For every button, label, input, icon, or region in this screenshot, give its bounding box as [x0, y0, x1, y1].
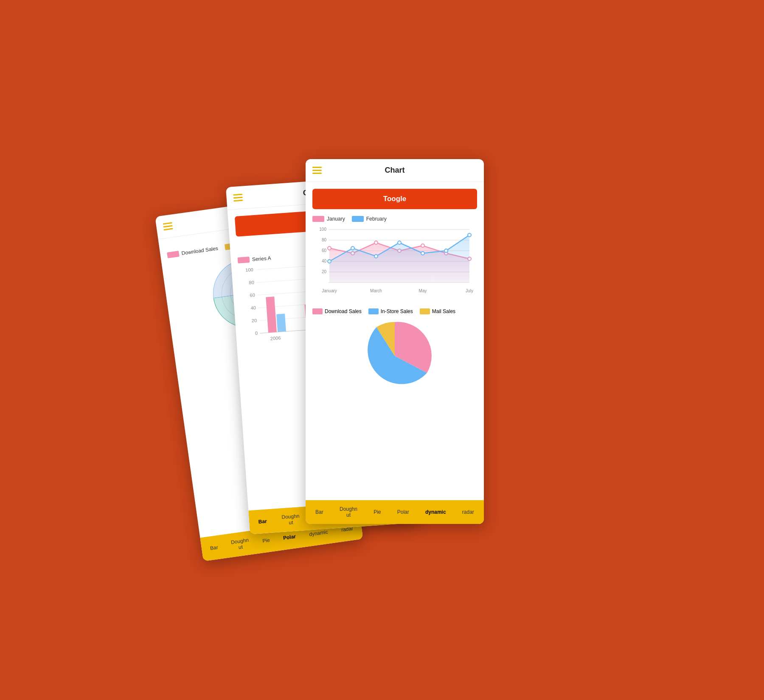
pie-legend-instore: In-Store Sales	[368, 308, 413, 314]
svg-text:July: July	[466, 288, 473, 293]
svg-text:2006: 2006	[270, 335, 281, 341]
tab-pie-back[interactable]: Pie	[260, 536, 272, 545]
svg-text:20: 20	[251, 318, 257, 323]
pie-color-mail	[420, 308, 430, 314]
menu-line-f3	[312, 173, 322, 174]
svg-text:20: 20	[322, 269, 327, 274]
pie-label-instore: In-Store Sales	[381, 308, 413, 314]
feb-dot-6	[444, 249, 448, 252]
svg-text:100: 100	[319, 227, 326, 232]
tab-bar-middle[interactable]: Bar	[256, 517, 269, 526]
pie-label-download: Download Sales	[325, 308, 362, 314]
tab-radar-front[interactable]: radar	[461, 508, 476, 516]
tab-polar-back[interactable]: Polar	[281, 532, 298, 542]
pie-color-download	[312, 308, 323, 314]
tab-polar-front[interactable]: Polar	[396, 508, 411, 516]
menu-line-m1	[233, 194, 242, 196]
menu-line-2	[163, 225, 173, 227]
feb-dot-3	[374, 255, 378, 258]
tab-bar-front[interactable]: Bar	[314, 508, 325, 516]
legend-label-download: Download Sales	[181, 245, 219, 256]
svg-text:May: May	[419, 288, 427, 293]
svg-text:60: 60	[322, 248, 327, 253]
tab-doughnut-back[interactable]: Doughnut	[229, 536, 252, 552]
menu-line-f1	[312, 167, 322, 168]
menu-line-f2	[312, 170, 322, 171]
line-chart-svg: 100 80 60 40 20	[312, 225, 474, 302]
feb-dot-5	[421, 252, 424, 255]
line-legend-color-jan	[312, 216, 324, 222]
svg-text:40: 40	[250, 305, 256, 311]
line-chart-legend: January February	[312, 216, 477, 222]
pie-legend: Download Sales In-Store Sales Mail Sales	[312, 308, 477, 314]
card-front: Chart Toogle January February	[306, 159, 484, 524]
tab-dynamic-front[interactable]: dynamic	[424, 508, 448, 516]
tab-bar-back[interactable]: Bar	[208, 543, 220, 552]
feb-dot-7	[468, 233, 471, 237]
menu-icon-front[interactable]	[312, 167, 322, 174]
feb-dot-2	[351, 246, 354, 250]
pie-legend-mail: Mail Sales	[420, 308, 455, 314]
legend-color-download	[167, 251, 180, 258]
menu-line-3	[163, 228, 173, 230]
line-legend-label-feb: February	[366, 216, 387, 222]
svg-text:0: 0	[255, 330, 258, 336]
menu-icon-middle[interactable]	[233, 194, 243, 202]
feb-dot-4	[398, 241, 401, 244]
pie-chart-wrapper	[312, 318, 477, 394]
front-toggle-button[interactable]: Toogle	[312, 189, 477, 209]
tab-doughnut-middle[interactable]: Doughnut	[280, 512, 302, 527]
card-front-title: Chart	[385, 166, 404, 175]
menu-line-m2	[233, 197, 243, 199]
bar-legend-label: Series A	[252, 255, 271, 262]
pie-legend-download: Download Sales	[312, 308, 362, 314]
pie-chart-svg	[357, 318, 433, 394]
front-chart-area: January February	[306, 216, 484, 401]
bar-2006-a	[266, 297, 277, 333]
bottom-nav-front: Bar Doughnut Pie Polar dynamic radar	[306, 500, 484, 524]
line-legend-february: February	[352, 216, 387, 222]
bar-2006-b	[276, 314, 286, 332]
line-legend-january: January	[312, 216, 345, 222]
jan-dot-1	[328, 246, 331, 250]
svg-text:January: January	[322, 288, 337, 293]
bar-legend-color	[238, 257, 250, 263]
svg-text:March: March	[370, 288, 382, 293]
line-legend-color-feb	[352, 216, 364, 222]
tab-doughnut-front[interactable]: Doughnut	[338, 505, 359, 519]
svg-text:100: 100	[245, 267, 253, 272]
svg-text:40: 40	[322, 259, 327, 263]
tab-pie-front[interactable]: Pie	[372, 508, 382, 516]
menu-icon-back[interactable]	[163, 222, 173, 231]
jan-dot-3	[374, 241, 378, 244]
svg-text:60: 60	[250, 292, 255, 298]
line-legend-label-jan: January	[327, 216, 345, 222]
bar-legend-item: Series A	[238, 255, 271, 263]
pie-color-instore	[368, 308, 379, 314]
svg-text:80: 80	[322, 238, 327, 242]
svg-text:80: 80	[249, 280, 254, 285]
pie-label-mail: Mail Sales	[432, 308, 455, 314]
jan-dot-5	[421, 244, 424, 247]
menu-line-m3	[233, 200, 243, 202]
menu-line-1	[163, 222, 172, 225]
feb-dot-1	[328, 260, 331, 263]
card-front-header: Chart	[306, 159, 484, 182]
